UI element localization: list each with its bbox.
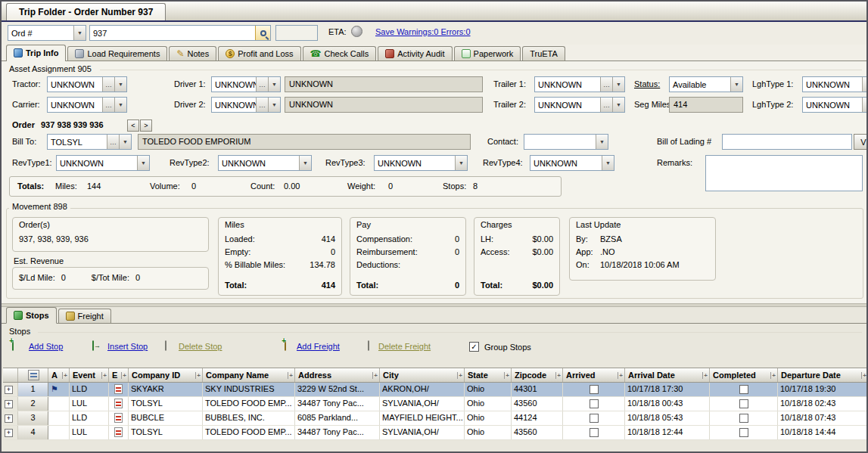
save-warnings-link[interactable]: Save Warnings:0 Errors:0 [375, 27, 471, 36]
completed-checkbox[interactable] [739, 414, 748, 423]
revtype4-select[interactable]: UNKNOWN ▼ [530, 155, 614, 171]
row-number[interactable]: 1 [18, 383, 48, 396]
column-resize-icon[interactable]: + [702, 372, 708, 379]
arrived-checkbox[interactable] [590, 414, 599, 423]
chevron-down-icon[interactable]: ▼ [612, 77, 624, 92]
stop-note-icon[interactable] [114, 399, 123, 408]
tab-notes[interactable]: ✎ Notes [169, 46, 216, 61]
header-city[interactable]: City+ [380, 368, 465, 382]
status-label[interactable]: Status: [634, 79, 660, 88]
tab-trueta[interactable]: TruETA [522, 46, 565, 61]
revtype1-select[interactable]: UNKNOWN ▼ [56, 155, 150, 171]
tractor-select[interactable]: UNKNOWN … ▼ [47, 76, 127, 92]
header-company-id[interactable]: Company ID+ [129, 368, 203, 382]
stop-row[interactable]: + 3 LLD BUBCLE BUBBLES, INC. 6085 Parkla… [3, 411, 866, 426]
lookup-icon[interactable]: … [256, 77, 268, 92]
status-select[interactable]: Available ▼ [669, 76, 743, 92]
header-state[interactable]: State+ [465, 368, 512, 382]
expand-row-icon[interactable]: + [5, 400, 13, 408]
expand-row-icon[interactable]: + [5, 386, 13, 394]
tab-stops[interactable]: Stops [6, 307, 57, 324]
column-chooser-icon[interactable] [28, 370, 39, 380]
chevron-down-icon[interactable]: ▼ [119, 135, 131, 149]
chevron-down-icon[interactable]: ▼ [137, 156, 149, 170]
column-resize-icon[interactable]: + [195, 372, 201, 379]
insert-stop-link[interactable]: Insert Stop [107, 342, 148, 351]
chevron-down-icon[interactable]: ▼ [455, 156, 467, 170]
lghtype2-select[interactable]: UNKNOWN ▼ [802, 97, 866, 113]
column-resize-icon[interactable]: + [861, 372, 866, 379]
lookup-icon[interactable]: … [102, 98, 114, 112]
window-tab[interactable]: Trip Folder - Order Number 937 [6, 3, 166, 20]
lookup-icon[interactable]: … [102, 77, 114, 92]
column-resize-icon[interactable]: + [101, 372, 107, 379]
order-next-button[interactable]: > [140, 119, 152, 132]
column-resize-icon[interactable]: + [457, 372, 462, 379]
chevron-down-icon[interactable]: ▼ [114, 77, 126, 92]
order-numbers[interactable]: 937 938 939 936 [41, 120, 104, 129]
lookup-icon[interactable]: … [600, 77, 612, 92]
column-resize-icon[interactable]: + [62, 372, 67, 379]
chevron-down-icon[interactable]: ▼ [730, 77, 742, 92]
arrived-checkbox[interactable] [590, 428, 599, 437]
bill-of-lading-view-button[interactable]: V [854, 134, 866, 150]
lookup-icon[interactable]: … [107, 135, 119, 149]
tab-trip-info[interactable]: Trip Info [6, 45, 66, 61]
header-arrived[interactable]: Arrived+ [563, 368, 625, 382]
group-stops-checkbox[interactable]: ✓ [469, 342, 479, 352]
row-number[interactable]: 3 [18, 411, 48, 425]
tab-load-requirements[interactable]: Load Requirements [67, 46, 167, 61]
lookup-icon[interactable]: … [256, 98, 268, 112]
stop-note-icon[interactable] [114, 413, 123, 423]
header-a[interactable]: A+ [48, 368, 70, 382]
stop-row[interactable]: + 4 LUL TOLSYL TOLEDO FOOD EMP... 34487 … [3, 426, 866, 440]
search-button[interactable] [255, 26, 270, 40]
add-freight-link[interactable]: Add Freight [297, 342, 340, 351]
order-type-select[interactable]: Ord # ▼ [8, 25, 86, 41]
header-completed[interactable]: Completed+ [710, 368, 778, 382]
header-zipcode[interactable]: Zipcode+ [512, 368, 563, 382]
chevron-down-icon[interactable]: ▼ [268, 98, 280, 112]
trailer1-select[interactable]: UNKNOWN … ▼ [534, 76, 625, 92]
column-resize-icon[interactable]: + [504, 372, 509, 379]
chevron-down-icon[interactable]: ▼ [73, 26, 86, 40]
completed-checkbox[interactable] [739, 385, 748, 394]
column-resize-icon[interactable]: + [618, 372, 623, 379]
revtype3-select[interactable]: UNKNOWN ▼ [374, 155, 468, 171]
chevron-down-icon[interactable]: ▼ [862, 77, 866, 92]
header-company-name[interactable]: Company Name+ [203, 368, 295, 382]
header-address[interactable]: Address+ [295, 368, 380, 382]
tab-paperwork[interactable]: Paperwork [454, 46, 521, 61]
chevron-down-icon[interactable]: ▼ [299, 156, 311, 170]
driver1-select[interactable]: UNKNOWN … ▼ [211, 76, 281, 92]
column-resize-icon[interactable]: + [770, 372, 776, 379]
column-resize-icon[interactable]: + [121, 372, 126, 379]
order-prev-button[interactable]: < [127, 119, 139, 132]
header-e[interactable]: E+ [109, 368, 129, 382]
column-resize-icon[interactable]: + [555, 372, 561, 379]
driver2-select[interactable]: UNKNOWN … ▼ [211, 97, 281, 113]
aux-field[interactable] [275, 25, 318, 41]
revtype2-select[interactable]: UNKNOWN ▼ [218, 155, 312, 171]
chevron-down-icon[interactable]: ▼ [602, 156, 614, 170]
chevron-down-icon[interactable]: ▼ [862, 98, 866, 112]
lookup-icon[interactable]: … [600, 98, 612, 112]
chevron-down-icon[interactable]: ▼ [612, 98, 624, 112]
arrived-checkbox[interactable] [590, 399, 599, 408]
delete-freight-link[interactable]: Delete Freight [378, 342, 431, 351]
remarks-textarea[interactable] [705, 155, 863, 191]
header-departure-date[interactable]: Departure Date+ [778, 368, 866, 382]
stop-note-icon[interactable] [114, 384, 123, 394]
trailer2-select[interactable]: UNKNOWN … ▼ [534, 97, 625, 113]
lghtype1-select[interactable]: UNKNOWN ▼ [802, 76, 866, 92]
tab-profit-and-loss[interactable]: $ Profit and Loss [218, 46, 300, 61]
expand-row-icon[interactable]: + [5, 414, 13, 423]
header-arrival-date[interactable]: Arrival Date+ [625, 368, 710, 382]
order-number-input[interactable] [90, 26, 255, 40]
arrived-checkbox[interactable] [590, 385, 599, 394]
bill-of-lading-input[interactable] [722, 134, 852, 150]
stop-row[interactable]: + 1 ⚑ LLD SKYAKR SKY INDUSTRIES 3229 W 5… [3, 383, 866, 397]
column-resize-icon[interactable]: + [372, 372, 378, 379]
contact-select[interactable]: ▼ [524, 134, 608, 150]
header-event[interactable]: Event+ [70, 368, 109, 382]
